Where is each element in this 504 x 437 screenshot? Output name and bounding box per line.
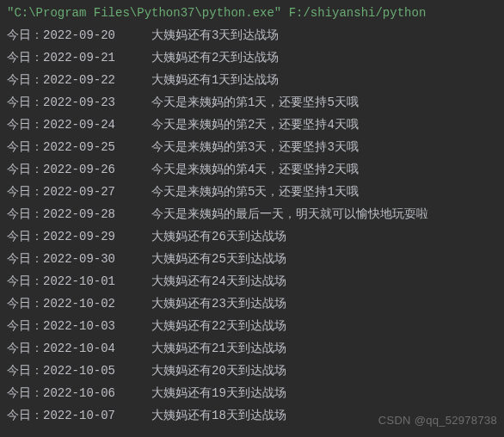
console-output: "C:\Program Files\Python37\python.exe" F…	[0, 0, 504, 427]
row-date: 2022-10-03	[43, 319, 115, 333]
row-date: 2022-10-05	[43, 364, 115, 378]
output-row: 今日：2022-09-26 今天是来姨妈的第4天，还要坚持2天哦	[7, 158, 504, 181]
row-msg: 大姨妈还有23天到达战场	[151, 297, 286, 311]
row-msg: 大姨妈还有18天到达战场	[151, 409, 286, 422]
row-prefix: 今日：	[7, 118, 43, 132]
output-row: 今日：2022-09-25 今天是来姨妈的第3天，还要坚持3天哦	[7, 136, 504, 158]
row-msg: 大姨妈还有22天到达战场	[151, 319, 286, 333]
row-date: 2022-09-24	[43, 118, 115, 132]
row-msg: 大姨妈还有24天到达战场	[151, 274, 286, 288]
row-date: 2022-10-04	[43, 342, 115, 355]
output-row: 今日：2022-10-03 大姨妈还有22天到达战场	[7, 315, 504, 337]
output-row: 今日：2022-09-27 今天是来姨妈的第5天，还要坚持1天哦	[7, 181, 504, 203]
row-msg: 今天是来姨妈的第4天，还要坚持2天哦	[151, 163, 359, 176]
row-prefix: 今日：	[7, 28, 43, 42]
row-prefix: 今日：	[7, 95, 43, 109]
row-msg: 今天是来姨妈的第3天，还要坚持3天哦	[151, 140, 359, 154]
row-prefix: 今日：	[7, 230, 43, 243]
row-prefix: 今日：	[7, 73, 43, 87]
row-date: 2022-09-21	[43, 51, 115, 65]
row-msg: 大姨妈还有25天到达战场	[151, 252, 286, 266]
output-row: 今日：2022-09-22 大姨妈还有1天到达战场	[7, 69, 504, 91]
row-msg: 今天是来姨妈的第2天，还要坚持4天哦	[151, 118, 359, 132]
row-msg: 今天是来姨妈的第5天，还要坚持1天哦	[151, 185, 359, 199]
row-prefix: 今日：	[7, 252, 43, 266]
row-date: 2022-09-27	[43, 185, 115, 199]
output-row: 今日：2022-10-02 大姨妈还有23天到达战场	[7, 292, 504, 315]
row-msg: 今天是来姨妈的最后一天，明天就可以愉快地玩耍啦	[151, 207, 428, 221]
row-msg: 大姨妈还有19天到达战场	[151, 386, 286, 400]
row-date: 2022-10-01	[43, 274, 115, 288]
output-row: 今日：2022-09-21 大姨妈还有2天到达战场	[7, 46, 504, 69]
output-row: 今日：2022-10-01 大姨妈还有24天到达战场	[7, 270, 504, 292]
row-date: 2022-09-22	[43, 73, 115, 87]
output-row: 今日：2022-09-29 大姨妈还有26天到达战场	[7, 225, 504, 248]
row-prefix: 今日：	[7, 342, 43, 355]
command-line: "C:\Program Files\Python37\python.exe" F…	[7, 2, 504, 24]
output-row: 今日：2022-10-06 大姨妈还有19天到达战场	[7, 382, 504, 404]
row-date: 2022-10-07	[43, 409, 115, 422]
row-prefix: 今日：	[7, 364, 43, 378]
row-msg: 大姨妈还有26天到达战场	[151, 230, 286, 243]
row-date: 2022-09-26	[43, 163, 115, 176]
row-date: 2022-09-25	[43, 140, 115, 154]
row-date: 2022-09-30	[43, 252, 115, 266]
row-prefix: 今日：	[7, 207, 43, 221]
row-msg: 大姨妈还有2天到达战场	[151, 51, 279, 65]
row-msg: 大姨妈还有20天到达战场	[151, 364, 286, 378]
row-prefix: 今日：	[7, 409, 43, 422]
row-prefix: 今日：	[7, 274, 43, 288]
row-date: 2022-10-02	[43, 297, 115, 311]
row-date: 2022-09-23	[43, 95, 115, 109]
output-row: 今日：2022-09-23 今天是来姨妈的第1天，还要坚持5天哦	[7, 91, 504, 114]
output-row: 今日：2022-09-30 大姨妈还有25天到达战场	[7, 248, 504, 270]
output-row: 今日：2022-09-28 今天是来姨妈的最后一天，明天就可以愉快地玩耍啦	[7, 203, 504, 225]
row-prefix: 今日：	[7, 51, 43, 65]
row-prefix: 今日：	[7, 319, 43, 333]
row-msg: 今天是来姨妈的第1天，还要坚持5天哦	[151, 95, 359, 109]
row-msg: 大姨妈还有3天到达战场	[151, 28, 279, 42]
row-date: 2022-10-06	[43, 386, 115, 400]
row-prefix: 今日：	[7, 185, 43, 199]
row-prefix: 今日：	[7, 386, 43, 400]
row-msg: 大姨妈还有1天到达战场	[151, 73, 279, 87]
output-row: 今日：2022-10-04 大姨妈还有21天到达战场	[7, 337, 504, 360]
output-row: 今日：2022-09-24 今天是来姨妈的第2天，还要坚持4天哦	[7, 114, 504, 136]
row-msg: 大姨妈还有21天到达战场	[151, 342, 286, 355]
watermark-text: CSDN @qq_52978738	[378, 414, 497, 427]
output-row: 今日：2022-10-05 大姨妈还有20天到达战场	[7, 360, 504, 382]
row-date: 2022-09-28	[43, 207, 115, 221]
row-date: 2022-09-20	[43, 28, 115, 42]
row-prefix: 今日：	[7, 140, 43, 154]
output-row: 今日：2022-09-20 大姨妈还有3天到达战场	[7, 24, 504, 46]
row-prefix: 今日：	[7, 297, 43, 311]
row-date: 2022-09-29	[43, 230, 115, 243]
row-prefix: 今日：	[7, 163, 43, 176]
